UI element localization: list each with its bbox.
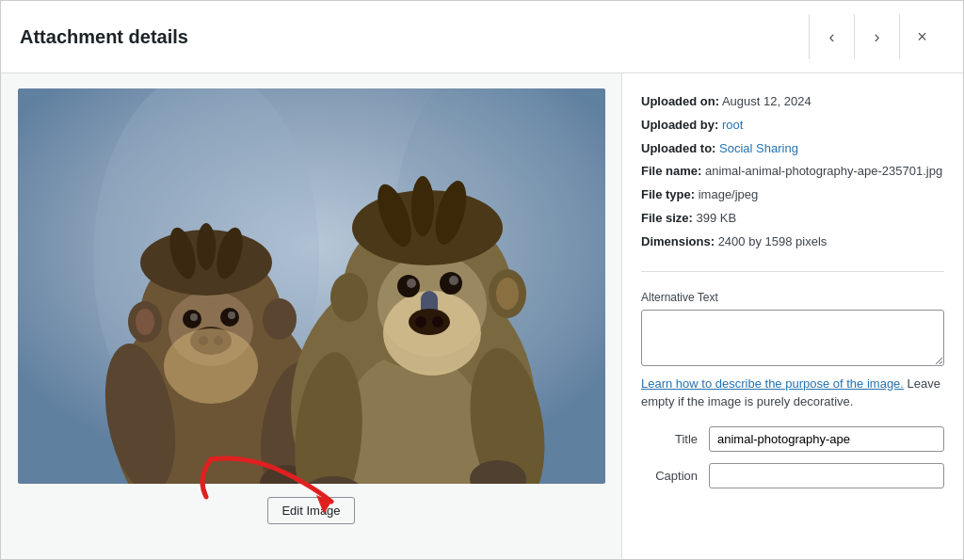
file-name-label: File name: <box>641 164 701 178</box>
uploaded-on-row: Uploaded on: August 12, 2024 <box>641 92 944 112</box>
caption-label: Caption <box>641 469 698 483</box>
svg-point-18 <box>197 223 216 270</box>
file-size-value: 399 KB <box>697 211 737 225</box>
modal-body: Edit Image Uploaded on: August 12, 2024 … <box>1 73 963 559</box>
modal-header: Attachment details ‹ › × <box>1 1 963 73</box>
title-input[interactable] <box>709 426 944 452</box>
file-size-label: File size: <box>641 211 693 225</box>
image-preview <box>18 88 605 484</box>
file-name-value: animal-animal-photography-ape-235701.jpg <box>705 164 942 178</box>
svg-point-14 <box>136 309 154 335</box>
next-button[interactable]: › <box>854 14 899 59</box>
svg-point-42 <box>411 176 434 236</box>
learn-link[interactable]: Learn how to describe the purpose of the… <box>641 376 904 391</box>
file-name-row: File name: animal-animal-photography-ape… <box>641 162 944 182</box>
svg-point-20 <box>164 328 258 404</box>
image-panel: Edit Image <box>1 73 622 559</box>
caption-row: Caption <box>641 463 944 488</box>
edit-image-button[interactable]: Edit Image <box>267 497 354 524</box>
uploaded-on-label: Uploaded on: <box>641 94 719 108</box>
image-actions: Edit Image <box>267 497 354 524</box>
alt-text-help: Learn how to describe the purpose of the… <box>641 375 944 411</box>
title-row: Title <box>641 426 944 452</box>
header-navigation: ‹ › × <box>809 14 944 59</box>
uploaded-by-link[interactable]: root <box>722 118 743 132</box>
details-panel: Uploaded on: August 12, 2024 Uploaded by… <box>622 73 963 559</box>
prev-button[interactable]: ‹ <box>809 14 854 59</box>
caption-input[interactable] <box>709 463 944 488</box>
uploaded-on-value: August 12, 2024 <box>722 94 811 108</box>
svg-point-8 <box>190 313 198 321</box>
svg-point-38 <box>496 278 519 310</box>
dimensions-row: Dimensions: 2400 by 1598 pixels <box>641 232 944 252</box>
file-info-section: Uploaded on: August 12, 2024 Uploaded by… <box>641 92 944 272</box>
uploaded-by-row: Uploaded by: root <box>641 116 944 136</box>
file-type-label: File type: <box>641 187 695 201</box>
svg-point-34 <box>409 309 450 335</box>
svg-point-15 <box>263 298 297 340</box>
alt-text-input[interactable] <box>641 310 944 366</box>
svg-point-35 <box>415 316 426 328</box>
attachment-details-modal: Attachment details ‹ › × <box>0 0 964 560</box>
dimensions-value: 2400 by 1598 pixels <box>718 234 827 248</box>
uploaded-by-label: Uploaded by: <box>641 118 718 132</box>
close-button[interactable]: × <box>899 14 944 59</box>
alt-text-label: Alternative Text <box>641 291 944 304</box>
svg-point-9 <box>228 312 235 319</box>
file-type-row: File type: image/jpeg <box>641 185 944 205</box>
uploaded-to-link[interactable]: Social Sharing <box>719 141 798 155</box>
title-label: Title <box>641 432 698 446</box>
file-type-value: image/jpeg <box>699 187 759 201</box>
svg-point-36 <box>432 316 443 328</box>
modal-title: Attachment details <box>20 26 188 48</box>
uploaded-to-row: Uploaded to: Social Sharing <box>641 139 944 159</box>
svg-point-31 <box>407 279 416 288</box>
uploaded-to-label: Uploaded to: <box>641 141 715 155</box>
dimensions-label: Dimensions: <box>641 234 715 248</box>
alt-text-group: Alternative Text Learn how to describe t… <box>641 291 944 411</box>
svg-point-39 <box>330 273 368 322</box>
preview-image <box>18 88 605 484</box>
svg-point-32 <box>449 276 458 285</box>
file-size-row: File size: 399 KB <box>641 209 944 229</box>
